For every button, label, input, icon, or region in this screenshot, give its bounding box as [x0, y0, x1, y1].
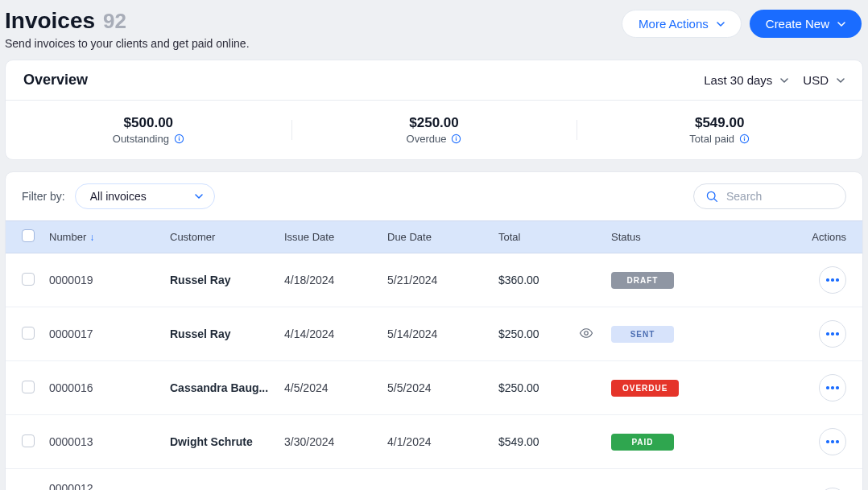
more-actions-button[interactable]: More Actions	[622, 10, 742, 38]
status-badge: DRAFT	[611, 272, 674, 289]
row-checkbox[interactable]	[22, 434, 35, 447]
overview-stat: $250.00Overdue	[291, 115, 577, 145]
overview-stat: $549.00Total paid	[577, 115, 862, 145]
filter-select-value: All invoices	[90, 190, 147, 203]
dots-icon	[826, 278, 839, 282]
chevron-down-icon	[717, 20, 725, 28]
table-row[interactable]: 0000012Recurring1 of 4Oscar Martinez3/30…	[6, 469, 862, 490]
cell-total: $250.00	[498, 381, 579, 394]
search-input[interactable]	[726, 190, 833, 203]
cell-number: 0000013	[49, 435, 170, 448]
column-header-number[interactable]: Number ↓	[49, 231, 170, 243]
stat-label: Overdue	[407, 133, 462, 145]
column-header-actions: Actions	[780, 231, 846, 243]
svg-point-1	[179, 137, 180, 138]
status-badge: PAID	[611, 434, 674, 451]
row-actions-button[interactable]	[819, 374, 846, 401]
svg-point-4	[456, 137, 457, 138]
date-range-select[interactable]: Last 30 days	[704, 73, 788, 87]
status-badge: OVERDUE	[611, 380, 679, 397]
svg-rect-5	[456, 138, 457, 141]
column-header-status[interactable]: Status	[611, 231, 780, 243]
svg-point-7	[744, 137, 745, 138]
stat-value: $500.00	[6, 115, 291, 131]
status-badge: SENT	[611, 326, 674, 343]
row-checkbox[interactable]	[22, 327, 35, 340]
svg-point-9	[707, 191, 715, 200]
page-title: Invoices	[5, 8, 95, 34]
create-new-button[interactable]: Create New	[750, 10, 862, 38]
column-header-total[interactable]: Total	[498, 231, 579, 243]
cell-customer: Cassandra Baug...	[170, 381, 284, 394]
cell-viewed	[579, 326, 611, 343]
invoice-table-card: Filter by: All invoices Number ↓ Custome…	[5, 171, 863, 490]
cell-number: 0000017	[49, 327, 170, 340]
cell-issue-date: 3/30/2024	[284, 435, 387, 448]
table-row[interactable]: 0000016Cassandra Baug...4/5/20245/5/2024…	[6, 361, 862, 415]
info-icon[interactable]	[174, 134, 184, 144]
page-subtitle: Send invoices to your clients and get pa…	[5, 37, 250, 50]
column-header-number-label: Number	[49, 231, 86, 243]
column-header-due-date[interactable]: Due Date	[387, 231, 498, 243]
cell-due-date: 5/14/2024	[387, 327, 498, 340]
overview-title: Overview	[23, 72, 88, 89]
overview-stat: $500.00Outstanding	[6, 115, 291, 145]
chevron-down-icon	[837, 20, 845, 28]
cell-customer: Russel Ray	[170, 274, 284, 286]
overview-card: Overview Last 30 days USD $500.00Outstan…	[5, 60, 863, 160]
stat-label: Total paid	[689, 133, 750, 145]
filter-select[interactable]: All invoices	[75, 183, 215, 209]
column-header-issue-date[interactable]: Issue Date	[284, 231, 387, 243]
cell-issue-date: 4/18/2024	[284, 274, 387, 286]
cell-number: 0000012Recurring1 of 4	[49, 482, 170, 490]
cell-due-date: 5/21/2024	[387, 274, 498, 286]
dots-icon	[826, 332, 839, 336]
currency-label: USD	[803, 73, 829, 87]
row-checkbox[interactable]	[22, 273, 35, 286]
currency-select[interactable]: USD	[803, 73, 845, 87]
sort-arrow-icon: ↓	[89, 232, 94, 243]
svg-rect-2	[179, 138, 180, 141]
cell-due-date: 4/1/2024	[387, 435, 498, 448]
cell-number: 0000016	[49, 381, 170, 394]
cell-total: $549.00	[498, 435, 579, 448]
chevron-down-icon	[780, 76, 788, 84]
info-icon[interactable]	[451, 134, 461, 144]
cell-status: DRAFT	[611, 272, 780, 289]
info-icon[interactable]	[739, 134, 750, 144]
chevron-down-icon	[195, 192, 203, 200]
search-container[interactable]	[693, 183, 846, 209]
column-header-customer[interactable]: Customer	[170, 231, 284, 243]
dots-icon	[826, 386, 839, 389]
cell-customer: Russel Ray	[170, 327, 284, 340]
more-actions-label: More Actions	[639, 17, 709, 31]
select-all-checkbox[interactable]	[22, 229, 35, 242]
dots-icon	[826, 440, 839, 443]
table-row[interactable]: 0000013Dwight Schrute3/30/20244/1/2024$5…	[6, 415, 862, 469]
row-actions-button[interactable]	[819, 488, 846, 490]
cell-status: SENT	[611, 326, 780, 343]
row-checkbox[interactable]	[22, 381, 35, 393]
table-row[interactable]: 0000019Russel Ray4/18/20245/21/2024$360.…	[6, 253, 862, 307]
search-icon	[705, 190, 718, 203]
table-row[interactable]: 0000017Russel Ray4/14/20245/14/2024$250.…	[6, 307, 862, 361]
stat-value: $549.00	[577, 115, 862, 131]
svg-point-10	[585, 331, 589, 335]
stat-label: Outstanding	[113, 133, 184, 145]
chevron-down-icon	[837, 76, 845, 84]
cell-total: $360.00	[498, 274, 579, 286]
cell-total: $250.00	[498, 327, 579, 340]
row-actions-button[interactable]	[819, 428, 846, 455]
cell-status: OVERDUE	[611, 380, 780, 397]
viewed-icon	[579, 326, 593, 340]
stat-value: $250.00	[291, 115, 577, 131]
svg-rect-8	[744, 138, 745, 141]
table-header: Number ↓ Customer Issue Date Due Date To…	[6, 220, 862, 253]
cell-number: 0000019	[49, 274, 170, 286]
create-new-label: Create New	[766, 17, 829, 31]
row-actions-button[interactable]	[819, 266, 846, 294]
row-actions-button[interactable]	[819, 320, 846, 348]
filter-label: Filter by:	[22, 190, 65, 203]
cell-issue-date: 4/5/2024	[284, 381, 387, 394]
cell-issue-date: 4/14/2024	[284, 327, 387, 340]
